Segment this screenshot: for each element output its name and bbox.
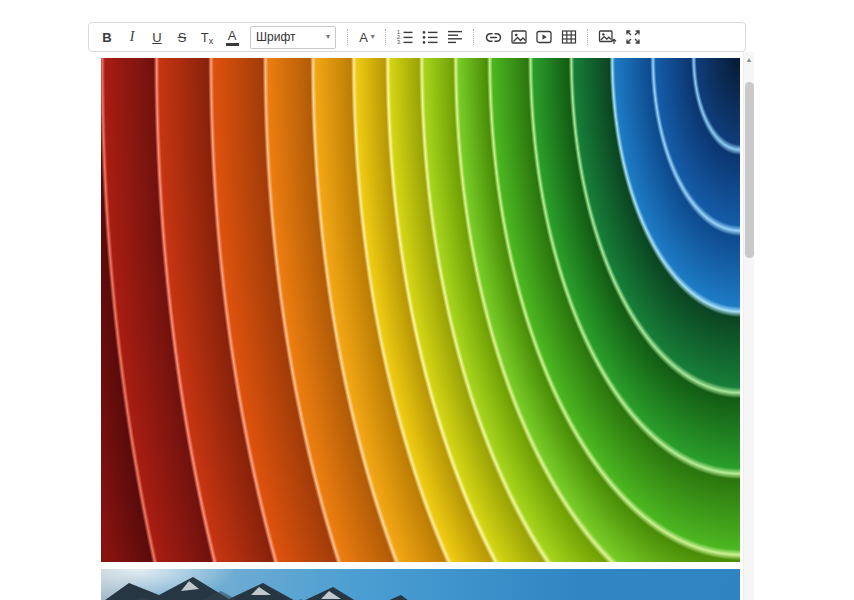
toolbar-separator	[385, 29, 387, 45]
font-family-dropdown[interactable]: Шрифт ▾	[250, 26, 336, 49]
chevron-down-icon: ▾	[326, 33, 330, 41]
toolbar-separator	[473, 29, 475, 45]
insert-link-button[interactable]	[481, 25, 506, 49]
rainbow-curves-image[interactable]	[101, 58, 740, 562]
link-icon	[484, 29, 503, 46]
ordered-list-icon: 1. 2. 3.	[396, 28, 414, 46]
image-upload-icon	[598, 28, 617, 46]
scroll-thumb[interactable]	[745, 82, 754, 258]
bold-button[interactable]: B	[95, 25, 119, 49]
ordered-list-button[interactable]: 1. 2. 3.	[393, 25, 417, 49]
toolbar-separator	[347, 29, 349, 45]
insert-image-button[interactable]	[507, 25, 531, 49]
svg-text:3.: 3.	[397, 39, 402, 45]
editor-content-area[interactable]: ▲	[88, 52, 754, 600]
italic-button[interactable]: I	[120, 25, 144, 49]
clear-format-button[interactable]: Tx	[195, 25, 219, 49]
fullscreen-icon	[624, 28, 642, 46]
paragraph-align-button[interactable]	[443, 25, 467, 49]
paragraph-align-icon	[446, 28, 464, 46]
scrollbar[interactable]: ▲	[743, 52, 754, 600]
font-family-value: Шрифт	[256, 30, 295, 44]
video-icon	[535, 28, 553, 46]
upload-image-button[interactable]	[595, 25, 620, 49]
unordered-list-icon	[421, 28, 439, 46]
clear-format-label: T	[201, 30, 209, 45]
unordered-list-button[interactable]	[418, 25, 442, 49]
scroll-up-arrow[interactable]: ▲	[744, 52, 754, 66]
clear-format-sub-label: x	[209, 36, 214, 46]
font-size-dropdown[interactable]: A ▾	[355, 25, 379, 49]
chevron-down-icon: ▾	[371, 33, 375, 41]
underline-button[interactable]: U	[145, 25, 169, 49]
font-size-label: A	[359, 30, 368, 45]
mountain-landscape-image[interactable]	[101, 569, 740, 600]
image-icon	[510, 28, 528, 46]
font-color-icon: A	[226, 29, 239, 46]
toolbar-separator	[587, 29, 589, 45]
rich-text-editor: B I U S Tx A Шрифт ▾ A ▾ 1. 2.	[88, 22, 754, 600]
font-color-button[interactable]: A	[220, 25, 244, 49]
editor-toolbar: B I U S Tx A Шрифт ▾ A ▾ 1. 2.	[88, 22, 746, 52]
strikethrough-button[interactable]: S	[170, 25, 194, 49]
insert-table-button[interactable]	[557, 25, 581, 49]
table-icon	[560, 28, 578, 46]
fullscreen-button[interactable]	[621, 25, 645, 49]
insert-video-button[interactable]	[532, 25, 556, 49]
content-images	[88, 58, 740, 600]
mountain-silhouette	[101, 569, 740, 600]
